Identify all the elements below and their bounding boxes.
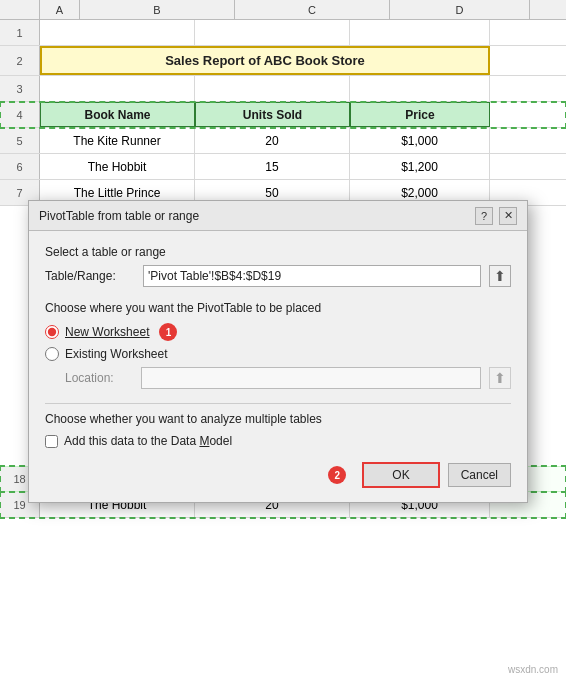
cell-6-c[interactable]: 15 bbox=[195, 154, 350, 179]
analyze-label: Choose whether you want to analyze multi… bbox=[45, 412, 511, 426]
cell-3-c[interactable] bbox=[195, 76, 350, 101]
cell-5-b[interactable]: The Kite Runner bbox=[40, 128, 195, 153]
range-input[interactable] bbox=[143, 265, 481, 287]
row-2: 2 Sales Report of ABC Book Store bbox=[0, 46, 566, 76]
row-num-3: 3 bbox=[0, 76, 40, 101]
new-worksheet-radio[interactable] bbox=[45, 325, 59, 339]
cell-4-c[interactable]: Units Sold bbox=[195, 102, 350, 127]
dialog-body: Select a table or range Table/Range: ⬆ C… bbox=[29, 231, 527, 502]
circle-1: 1 bbox=[159, 323, 177, 341]
dialog-help-button[interactable]: ? bbox=[475, 207, 493, 225]
new-worksheet-row: New Worksheet 1 bbox=[45, 323, 511, 341]
divider bbox=[45, 403, 511, 404]
existing-worksheet-row: Existing Worksheet bbox=[45, 347, 511, 361]
cell-6-b[interactable]: The Hobbit bbox=[40, 154, 195, 179]
cell-1-b[interactable] bbox=[40, 20, 195, 45]
row-num-6: 6 bbox=[0, 154, 40, 179]
cell-5-d[interactable]: $1,000 bbox=[350, 128, 490, 153]
location-input[interactable] bbox=[141, 367, 481, 389]
location-collapse-button[interactable]: ⬆ bbox=[489, 367, 511, 389]
corner-cell bbox=[0, 0, 40, 19]
dialog-titlebar: PivotTable from table or range ? ✕ bbox=[29, 201, 527, 231]
row-num-5: 5 bbox=[0, 128, 40, 153]
cell-3-d[interactable] bbox=[350, 76, 490, 101]
existing-worksheet-label: Existing Worksheet bbox=[65, 347, 168, 361]
existing-worksheet-radio[interactable] bbox=[45, 347, 59, 361]
dialog-controls: ? ✕ bbox=[475, 207, 517, 225]
range-collapse-button[interactable]: ⬆ bbox=[489, 265, 511, 287]
row-3: 3 bbox=[0, 76, 566, 102]
pivot-table-dialog: PivotTable from table or range ? ✕ Selec… bbox=[28, 200, 528, 503]
row-6: 6 The Hobbit 15 $1,200 bbox=[0, 154, 566, 180]
spreadsheet: A B C D 1 2 Sales Report of ABC Book Sto… bbox=[0, 0, 566, 679]
row-1: 1 bbox=[0, 20, 566, 46]
section1-label: Select a table or range bbox=[45, 245, 511, 259]
row-5: 5 The Kite Runner 20 $1,000 bbox=[0, 128, 566, 154]
ok-button[interactable]: OK bbox=[362, 462, 439, 488]
cell-3-b[interactable] bbox=[40, 76, 195, 101]
data-model-label: Add this data to the Data Model bbox=[64, 434, 232, 448]
dialog-title: PivotTable from table or range bbox=[39, 209, 199, 223]
cell-6-d[interactable]: $1,200 bbox=[350, 154, 490, 179]
range-row: Table/Range: ⬆ bbox=[45, 265, 511, 287]
row-4-header: 4 Book Name Units Sold Price bbox=[0, 102, 566, 128]
circle-2: 2 bbox=[328, 466, 346, 484]
cell-title[interactable]: Sales Report of ABC Book Store bbox=[40, 46, 490, 75]
col-header-b: B bbox=[80, 0, 235, 19]
col-header-d: D bbox=[390, 0, 530, 19]
watermark: wsxdn.com bbox=[508, 664, 558, 675]
cell-4-b[interactable]: Book Name bbox=[40, 102, 195, 127]
range-label: Table/Range: bbox=[45, 269, 135, 283]
location-row: Location: ⬆ bbox=[65, 367, 511, 389]
row-num-2: 2 bbox=[0, 46, 40, 75]
cell-5-c[interactable]: 20 bbox=[195, 128, 350, 153]
data-model-row: Add this data to the Data Model bbox=[45, 434, 511, 448]
column-headers: A B C D bbox=[0, 0, 566, 20]
cell-1-c[interactable] bbox=[195, 20, 350, 45]
new-worksheet-label: New Worksheet bbox=[65, 325, 149, 339]
cell-4-d[interactable]: Price bbox=[350, 102, 490, 127]
cancel-button[interactable]: Cancel bbox=[448, 463, 511, 487]
cell-1-d[interactable] bbox=[350, 20, 490, 45]
dialog-close-button[interactable]: ✕ bbox=[499, 207, 517, 225]
dialog-footer: 2 OK Cancel bbox=[45, 462, 511, 492]
row-num-1: 1 bbox=[0, 20, 40, 45]
data-model-checkbox[interactable] bbox=[45, 435, 58, 448]
col-header-c: C bbox=[235, 0, 390, 19]
placement-label: Choose where you want the PivotTable to … bbox=[45, 301, 511, 315]
col-header-a: A bbox=[40, 0, 80, 19]
row-num-4: 4 bbox=[0, 102, 40, 127]
location-label: Location: bbox=[65, 371, 133, 385]
